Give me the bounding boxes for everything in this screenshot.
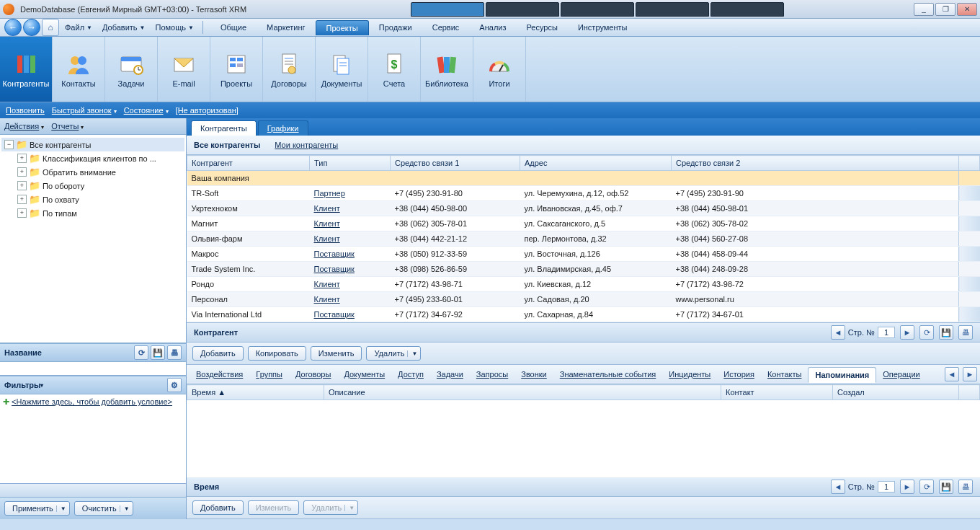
detail-col-contact[interactable]: Контакт xyxy=(721,385,833,400)
window-close-button[interactable]: ✕ xyxy=(957,3,977,16)
detail-col-time[interactable]: Время ▲ xyxy=(187,385,324,400)
save-button[interactable]: 💾 xyxy=(151,345,165,360)
window-minimize-button[interactable]: _ xyxy=(914,3,934,16)
grid-refresh-button[interactable]: ⟳ xyxy=(919,325,934,340)
filters-settings-button[interactable]: ⚙ xyxy=(167,378,182,392)
detail-scroll-up[interactable] xyxy=(959,385,980,400)
ribbon-dashboard[interactable]: Итоги xyxy=(473,37,526,102)
detail-tab[interactable]: Звонки xyxy=(514,367,553,381)
grid-print-button[interactable]: 🖶 xyxy=(958,325,973,340)
expand-icon[interactable]: + xyxy=(17,195,27,204)
expand-icon[interactable]: + xyxy=(17,167,27,177)
copy-button[interactable]: Копировать xyxy=(248,346,306,361)
delete-button[interactable]: Удалить▼ xyxy=(366,346,421,361)
tab-charts[interactable]: Графики xyxy=(258,120,308,136)
grid-scroll-up[interactable] xyxy=(959,156,980,171)
chevron-down-icon[interactable]: ▼ xyxy=(120,505,130,512)
detail-tab[interactable]: Договоры xyxy=(289,367,337,381)
grid-save-button[interactable]: 💾 xyxy=(939,325,953,340)
grid-column-header[interactable]: Средство связи 1 xyxy=(391,156,520,171)
detail-col-desc[interactable]: Описание xyxy=(324,385,721,400)
grid-column-header[interactable]: Адрес xyxy=(520,156,672,171)
section-tab-5[interactable]: Анализ xyxy=(469,20,516,35)
section-tab-0[interactable]: Общие xyxy=(210,20,257,35)
chevron-down-icon[interactable]: ▼ xyxy=(407,350,417,357)
tree-node[interactable]: +📁По типам xyxy=(1,206,184,220)
reports-menu[interactable]: Отчеты ▾ xyxy=(51,122,84,131)
quick-call-menu[interactable]: Быстрый звонок ▾ xyxy=(52,106,117,115)
type-link[interactable]: Клиент xyxy=(314,219,340,228)
not-authorized-link[interactable]: [Не авторизован] xyxy=(176,106,239,115)
detail-page-next-button[interactable]: ► xyxy=(900,480,914,494)
detail-tab[interactable]: Знаменательные события xyxy=(553,367,663,381)
section-tab-7[interactable]: Инструменты xyxy=(568,20,638,35)
detail-tab[interactable]: Доступ xyxy=(391,367,430,381)
type-link[interactable]: Клиент xyxy=(314,295,340,304)
detail-tab[interactable]: Задачи xyxy=(430,367,470,381)
page-prev-button[interactable]: ◄ xyxy=(831,325,845,340)
nav-home-button[interactable]: ⌂ xyxy=(42,19,59,36)
window-maximize-button[interactable]: ❐ xyxy=(935,3,956,16)
tree-node[interactable]: +📁По охвату xyxy=(1,193,184,206)
detail-tab[interactable]: Инциденты xyxy=(662,367,717,381)
type-link[interactable]: Партнер xyxy=(314,189,345,198)
menu-add[interactable]: Добавить▼ xyxy=(98,21,150,34)
grid-column-header[interactable]: Контрагент xyxy=(187,156,310,171)
tree-node[interactable]: +📁Обратить внимание xyxy=(1,165,184,179)
ribbon-email[interactable]: E-mail xyxy=(158,37,210,102)
menu-help[interactable]: Помощь▼ xyxy=(151,21,198,34)
add-filter-link[interactable]: <Нажмите здесь, чтобы добавить условие> xyxy=(12,397,172,406)
detail-delete-button[interactable]: Удалить▼ xyxy=(303,500,358,515)
filter-mine[interactable]: Мои контрагенты xyxy=(275,141,338,149)
refresh-button[interactable]: ⟳ xyxy=(134,345,148,360)
menu-file[interactable]: Файл▼ xyxy=(61,21,97,34)
detail-tab[interactable]: Контакты xyxy=(761,367,808,381)
table-row[interactable]: МагнитКлиент+38 (062) 305-78-01ул. Сакса… xyxy=(187,216,980,231)
type-link[interactable]: Клиент xyxy=(314,280,340,288)
detail-tab[interactable]: Напоминания xyxy=(808,367,876,383)
section-tab-4[interactable]: Сервис xyxy=(422,20,470,35)
grid-column-header[interactable]: Тип xyxy=(310,156,391,171)
detail-save-button[interactable]: 💾 xyxy=(939,480,953,494)
detail-col-created[interactable]: Создал xyxy=(833,385,959,400)
ribbon-tasks[interactable]: Задачи xyxy=(105,37,158,102)
ribbon-documents[interactable]: Документы xyxy=(316,37,368,102)
actions-menu[interactable]: Действия ▾ xyxy=(4,122,44,131)
detail-tab[interactable]: Документы xyxy=(337,367,391,381)
collapse-icon[interactable]: − xyxy=(4,140,14,149)
type-link[interactable]: Поставщик xyxy=(314,249,355,258)
clear-button[interactable]: Очистить▼ xyxy=(74,501,133,516)
filters-section-header[interactable]: Фильтры ▾ ⚙ xyxy=(0,376,186,394)
add-filter-plus-icon[interactable]: ✚ xyxy=(3,397,9,406)
main-grid[interactable]: КонтрагентТипСредство связи 1АдресСредст… xyxy=(187,155,980,323)
type-link[interactable]: Поставщик xyxy=(314,310,355,319)
ribbon-library[interactable]: Библиотека xyxy=(421,37,473,102)
table-row[interactable]: Ваша компания xyxy=(187,171,980,186)
table-row[interactable]: Trade System Inc.Поставщик+38 (098) 526-… xyxy=(187,262,980,277)
type-link[interactable]: Клиент xyxy=(314,234,340,243)
detail-refresh-button[interactable]: ⟳ xyxy=(919,480,934,494)
apply-button[interactable]: Применить▼ xyxy=(4,501,70,516)
tree-root[interactable]: − 📁 Все контрагенты xyxy=(1,138,184,151)
type-link[interactable]: Поставщик xyxy=(314,265,355,273)
chevron-down-icon[interactable]: ▼ xyxy=(56,505,66,512)
expand-icon[interactable]: + xyxy=(17,181,27,190)
table-row[interactable]: TR-SoftПартнер+7 (495) 230-91-80ул. Чере… xyxy=(187,186,980,201)
ribbon-contacts[interactable]: Контакты xyxy=(53,37,105,102)
nav-forward-button[interactable]: → xyxy=(23,19,40,36)
expand-icon[interactable]: + xyxy=(17,154,27,163)
section-tab-2[interactable]: Проекты xyxy=(316,20,369,35)
detail-tab[interactable]: Операции xyxy=(876,367,926,381)
tab-counterparties[interactable]: Контрагенты xyxy=(191,120,257,136)
detail-tabs-prev[interactable]: ◄ xyxy=(945,367,959,381)
print-button[interactable]: 🖶 xyxy=(167,345,182,360)
detail-tabs-next[interactable]: ► xyxy=(963,367,977,381)
detail-tab[interactable]: Воздействия xyxy=(190,367,249,381)
table-row[interactable]: РондоКлиент+7 (7172) 43-98-71ул. Киевска… xyxy=(187,277,980,292)
type-link[interactable]: Клиент xyxy=(314,204,340,213)
detail-tab[interactable]: Группы xyxy=(249,367,289,381)
table-row[interactable]: УкртехнокомКлиент+38 (044) 450-98-00ул. … xyxy=(187,201,980,216)
grid-column-header[interactable]: Средство связи 2 xyxy=(672,156,959,171)
table-row[interactable]: МакросПоставщик+38 (050) 912-33-59ул. Во… xyxy=(187,247,980,262)
folder-tree[interactable]: − 📁 Все контрагенты +📁Классификация клие… xyxy=(0,135,186,343)
